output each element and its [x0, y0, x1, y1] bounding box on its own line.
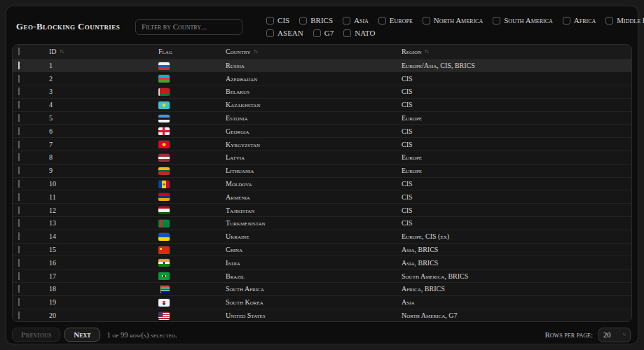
checkbox-icon[interactable]	[563, 17, 570, 24]
country-cell: Lithuania	[226, 167, 402, 174]
table-row[interactable]: 4 Kazakhstan CIS	[13, 98, 631, 111]
sort-by-country[interactable]: Country ↑↓	[226, 48, 257, 55]
checkbox-icon[interactable]	[313, 29, 321, 37]
flag-icon	[158, 127, 170, 135]
region-filter-label: ASEAN	[278, 29, 303, 37]
region-filter-checkbox-item[interactable]: North America	[423, 16, 483, 24]
checkbox-icon[interactable]	[378, 17, 386, 24]
flag-icon	[158, 299, 170, 307]
flag-icon	[158, 220, 170, 227]
region-cell: CIS	[402, 193, 631, 201]
flag-icon	[158, 75, 170, 83]
region-filter-label: South America	[504, 16, 553, 24]
table-row[interactable]: 5 Estonia Europe	[13, 111, 631, 125]
region-cell: CIS	[402, 88, 631, 95]
region-filter-checkbox-item[interactable]: CIS	[266, 16, 289, 24]
checkbox-icon[interactable]	[299, 17, 307, 24]
country-cell: Georgia	[226, 127, 402, 135]
table-row[interactable]: 6 Georgia CIS	[13, 124, 631, 137]
country-filter-input[interactable]	[135, 19, 242, 35]
table-row[interactable]: 1 Russia Europe/Asia, CIS, BRICS	[13, 59, 631, 72]
region-filter-checkbox-item[interactable]: South America	[493, 16, 553, 24]
select-all-checkbox[interactable]	[18, 48, 20, 55]
sort-by-region[interactable]: Region ↑↓	[402, 48, 428, 55]
table-row[interactable]: 14 Ukraine Europe, CIS (ex)	[13, 230, 631, 243]
table-row[interactable]: 15 China Asia, BRICS	[13, 243, 631, 256]
table-row[interactable]: 13 Turkmenistan CIS	[13, 216, 631, 230]
rows-per-page-select[interactable]: 20 ˅	[598, 328, 631, 342]
row-checkbox[interactable]	[18, 167, 20, 174]
table-row[interactable]: 8 Latvia Europe	[13, 150, 631, 164]
flag-icon	[158, 193, 170, 201]
region-filter-checkbox-item[interactable]: Europe	[378, 16, 413, 24]
table-row[interactable]: 7 Kyrgyzstan CIS	[13, 137, 631, 150]
table-row[interactable]: 19 South Korea Asia	[13, 295, 631, 309]
country-cell: Russia	[226, 62, 402, 69]
table-row[interactable]: 9 Lithuania Europe	[13, 164, 631, 177]
row-checkbox[interactable]	[18, 101, 20, 108]
table-row[interactable]: 12 Tajikistan CIS	[13, 203, 631, 216]
row-checkbox[interactable]	[18, 312, 20, 319]
row-checkbox[interactable]	[18, 114, 20, 122]
checkbox-icon[interactable]	[605, 17, 613, 24]
flag-icon	[158, 102, 170, 109]
row-checkbox[interactable]	[18, 153, 20, 161]
checkbox-icon[interactable]	[343, 17, 350, 24]
row-checkbox[interactable]	[18, 62, 20, 69]
row-checkbox[interactable]	[18, 88, 20, 95]
next-page-button[interactable]: Next	[64, 328, 100, 342]
row-checkbox[interactable]	[18, 272, 20, 280]
country-cell: Ukraine	[226, 232, 402, 240]
row-checkbox[interactable]	[18, 75, 20, 83]
row-checkbox[interactable]	[18, 232, 20, 240]
row-select-cell	[13, 141, 49, 148]
checkbox-icon[interactable]	[266, 29, 274, 37]
id-cell: 13	[49, 219, 158, 227]
table-row[interactable]: 18 South Africa Africa, BRICS	[13, 282, 631, 295]
region-filter-checkbox-item[interactable]: ASEAN	[266, 29, 303, 37]
table-row[interactable]: 20 United States North America, G7	[13, 309, 631, 322]
region-filter-checkbox-item[interactable]: Africa	[563, 16, 596, 24]
region-cell: CIS	[402, 75, 631, 83]
row-checkbox[interactable]	[18, 141, 20, 148]
table-row[interactable]: 16 India Asia, BRICS	[13, 255, 631, 269]
sort-by-id[interactable]: ID ↑↓	[49, 48, 64, 55]
table-row[interactable]: 10 Moldova CIS	[13, 177, 631, 190]
row-select-cell	[13, 206, 49, 214]
previous-page-button[interactable]: Previous	[12, 328, 60, 342]
region-filter-checkbox-item[interactable]: G7	[313, 29, 334, 37]
region-filter-checkbox-item[interactable]: BRICS	[299, 16, 333, 24]
country-cell: Belarus	[226, 88, 402, 95]
row-checkbox[interactable]	[18, 180, 20, 188]
checkbox-icon[interactable]	[266, 17, 274, 24]
row-checkbox[interactable]	[18, 298, 20, 306]
column-header-country-label: Country	[226, 48, 250, 55]
row-checkbox[interactable]	[18, 127, 20, 135]
row-select-cell	[13, 259, 49, 267]
checkbox-icon[interactable]	[423, 17, 430, 24]
region-filter-checkbox-item[interactable]: Middle East	[605, 16, 644, 24]
table-row[interactable]: 3 Belarus CIS	[13, 85, 631, 98]
id-cell: 17	[49, 272, 158, 280]
table-row[interactable]: 2 Azerbaijan CIS	[13, 71, 631, 85]
country-cell: South Africa	[226, 285, 402, 293]
row-checkbox[interactable]	[18, 206, 20, 214]
region-cell: CIS	[402, 180, 631, 188]
row-checkbox[interactable]	[18, 285, 20, 293]
table-body: 1 Russia Europe/Asia, CIS, BRICS 2 Azerb…	[13, 59, 631, 322]
id-cell: 1	[49, 62, 158, 69]
table-row[interactable]: 17 Brazil South America, BRICS	[13, 269, 631, 282]
table-row[interactable]: 11 Armenia CIS	[13, 190, 631, 203]
checkbox-icon[interactable]	[493, 17, 500, 24]
row-checkbox[interactable]	[18, 259, 20, 267]
region-filter-row-1: CIS BRICS Asia Europe North America Sout…	[266, 16, 644, 24]
row-checkbox[interactable]	[18, 219, 20, 227]
flag-icon	[158, 181, 170, 188]
row-select-cell	[13, 298, 49, 306]
pagination-bar: Previous Next 1 of 99 row(s) selected. R…	[11, 322, 633, 346]
row-checkbox[interactable]	[18, 193, 20, 201]
row-checkbox[interactable]	[18, 246, 20, 253]
region-filter-checkbox-item[interactable]: NATO	[343, 29, 375, 37]
checkbox-icon[interactable]	[343, 29, 351, 37]
region-filter-checkbox-item[interactable]: Asia	[343, 16, 369, 24]
